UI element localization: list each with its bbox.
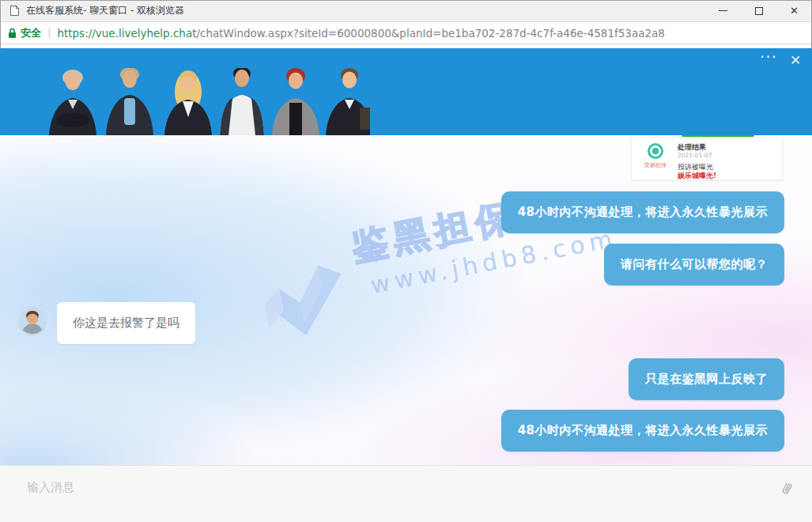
minimize-button[interactable] [705, 0, 741, 21]
security-label: 安全 [21, 26, 41, 40]
message-bubble-right: 只是在鉴黑网上反映了 [629, 358, 784, 400]
maximize-icon [755, 7, 763, 15]
maximize-button[interactable] [741, 0, 776, 21]
close-button[interactable]: ✕ [776, 0, 812, 21]
message-bubble-right: 请问有什么可以帮您的呢？ [604, 244, 784, 286]
paperclip-icon [776, 478, 797, 499]
notice-card-left: 交易担保 [640, 143, 671, 176]
url-host: https://vue.livelyhelp.chat [57, 27, 196, 40]
chat-close-button[interactable]: ✕ [787, 51, 804, 69]
address-bar[interactable]: 安全 | https://vue.livelyhelp.chat/chatWin… [0, 22, 812, 44]
more-button[interactable]: ··· [760, 51, 777, 69]
message-bubble-right: 48小时内不沟通处理，将进入永久性暴光展示 [501, 410, 784, 452]
agents-photo-banner [22, 68, 370, 135]
more-icon: ··· [760, 53, 777, 61]
status-donut-icon [648, 143, 663, 159]
watermark-site: www.jhdb8.com [357, 224, 619, 301]
chat-header-actions: ··· ✕ [760, 51, 804, 69]
message-bubble-left: 你这是去报警了是吗 [57, 302, 195, 344]
notice-card[interactable]: 交易担保 处理结果 2021-01-07 投诉被曝光 娱乐城曝光! [631, 137, 783, 180]
lock-icon [8, 28, 17, 39]
notice-card-line: 投诉被曝光 [678, 163, 776, 171]
watermark-logo-icon [253, 250, 355, 345]
visitor-avatar [19, 307, 46, 334]
chat-close-icon: ✕ [790, 52, 801, 68]
message-bubble-right: 48小时内不沟通处理，将进入永久性暴光展示 [501, 191, 784, 233]
page-icon [9, 5, 20, 17]
address-separator: | [47, 27, 51, 39]
minimize-icon [719, 10, 727, 11]
chat-message-area[interactable]: 交易担保 处理结果 2021-01-07 投诉被曝光 娱乐城曝光! 鉴黑担保网 … [0, 135, 812, 465]
message-input[interactable] [0, 466, 743, 522]
close-icon: ✕ [790, 6, 799, 16]
notice-card-badge: 交易担保 [644, 161, 667, 169]
window-controls: ✕ [705, 0, 812, 21]
notice-card-title: 处理结果 [678, 143, 776, 151]
titlebar: 在线客服系统- 聊天窗口 - 双核浏览器 ✕ [0, 0, 812, 22]
notice-card-body: 处理结果 2021-01-07 投诉被曝光 娱乐城曝光! [678, 143, 776, 176]
notice-card-date: 2021-01-07 [678, 152, 776, 159]
message-input-area [0, 465, 812, 522]
attach-button[interactable] [777, 479, 796, 498]
url-path: /chatWindow.aspx?siteId=60000800&planId=… [196, 27, 664, 40]
window-title: 在线客服系统- 聊天窗口 - 双核浏览器 [26, 4, 184, 17]
url-text[interactable]: https://vue.livelyhelp.chat/chatWindow.a… [57, 27, 665, 40]
browser-window: 在线客服系统- 聊天窗口 - 双核浏览器 ✕ 安全 | https://vue.… [0, 0, 812, 522]
message-row-left: 你这是去报警了是吗 [19, 302, 195, 344]
notice-card-alert: 娱乐城曝光! [678, 172, 776, 180]
chat-header: ··· ✕ [0, 48, 812, 135]
